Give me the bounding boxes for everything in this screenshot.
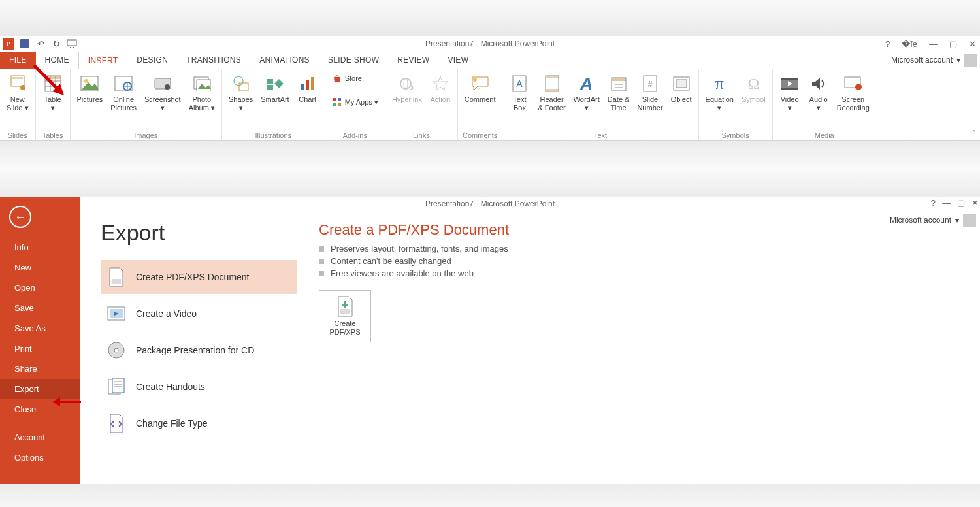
quick-access-toolbar: ↶ ↻	[17, 39, 77, 49]
myapps-label: My Apps ▾	[345, 98, 378, 106]
backstage-window-controls: ? — ▢ ✕	[931, 198, 979, 208]
detail-bullet-3: Free viewers are available on the web	[319, 269, 509, 278]
save-icon[interactable]	[20, 39, 30, 49]
group-text-label: Text	[505, 130, 695, 140]
nav-saveas[interactable]: Save As	[0, 318, 80, 338]
group-media: Video ▾ Audio ▾ Screen Recording Media	[773, 69, 876, 140]
screen-recording-button[interactable]: Screen Recording	[833, 71, 874, 112]
account-menu[interactable]: Microsoft account ▾	[891, 52, 980, 69]
nav-close[interactable]: Close	[0, 399, 80, 419]
shapes-button[interactable]: Shapes ▾	[225, 71, 257, 112]
undo-icon[interactable]: ↶	[35, 39, 46, 49]
audio-label: Audio ▾	[809, 95, 828, 112]
export-option-pdf[interactable]: Create PDF/XPS Document	[101, 260, 297, 294]
svg-point-11	[84, 79, 88, 83]
nav-info[interactable]: Info	[0, 237, 80, 257]
back-button[interactable]: ←	[9, 206, 31, 228]
redo-icon[interactable]: ↻	[51, 39, 61, 49]
nav-options[interactable]: Options	[0, 448, 80, 468]
textbox-button[interactable]: AText Box	[505, 71, 534, 112]
group-symbols: πEquation ▾ ΩSymbol Symbols	[699, 69, 773, 140]
export-option-filetype[interactable]: Change File Type	[101, 406, 297, 440]
hyperlink-label: Hyperlink	[392, 95, 422, 104]
tab-view[interactable]: VIEW	[438, 52, 478, 69]
svg-rect-24	[301, 84, 304, 90]
store-icon	[332, 73, 342, 84]
nav-share[interactable]: Share	[0, 359, 80, 379]
wordart-button[interactable]: AWordArt ▾	[570, 71, 604, 112]
store-button[interactable]: Store	[332, 73, 378, 84]
equation-button[interactable]: πEquation ▾	[702, 71, 738, 112]
tab-animations[interactable]: ANIMATIONS	[250, 52, 319, 69]
create-pdf-xps-button[interactable]: Create PDF/XPS	[319, 290, 371, 342]
table-button[interactable]: Table ▾	[39, 71, 67, 112]
video-button[interactable]: Video ▾	[776, 71, 804, 112]
group-links: Hyperlink Action Links	[385, 69, 458, 140]
screenshot-label: Screenshot ▾	[144, 95, 181, 112]
collapse-ribbon-icon[interactable]: ˄	[972, 129, 976, 138]
screenshot-icon	[152, 73, 173, 94]
screenshot-button[interactable]: Screenshot ▾	[140, 71, 185, 112]
datetime-button[interactable]: Date & Time	[604, 71, 634, 112]
nav-new[interactable]: New	[0, 257, 80, 278]
export-option-cd-label: Package Presentation for CD	[136, 345, 254, 355]
chart-icon	[297, 73, 318, 94]
tab-insert[interactable]: INSERT	[78, 52, 128, 69]
minimize-icon[interactable]: —	[926, 38, 940, 50]
group-slides-label: Slides	[3, 130, 33, 140]
help-icon[interactable]: ?	[931, 198, 936, 208]
start-slideshow-icon[interactable]	[67, 39, 77, 49]
slidenumber-button[interactable]: #Slide Number	[633, 71, 666, 112]
export-option-handouts[interactable]: Create Handouts	[101, 370, 297, 404]
nav-open[interactable]: Open	[0, 278, 80, 298]
nav-print[interactable]: Print	[0, 338, 80, 359]
myapps-button[interactable]: My Apps ▾	[332, 97, 378, 107]
tab-file[interactable]: FILE	[0, 52, 36, 69]
nav-export[interactable]: Export	[0, 379, 80, 399]
tab-design[interactable]: DESIGN	[127, 52, 177, 69]
myapps-icon	[332, 97, 342, 107]
ribbon-display-icon[interactable]: �īe	[899, 38, 920, 50]
tab-slideshow[interactable]: SLIDE SHOW	[319, 52, 388, 69]
maximize-icon[interactable]: ▢	[957, 198, 965, 208]
tab-transitions[interactable]: TRANSITIONS	[177, 52, 250, 69]
nav-account[interactable]: Account	[0, 427, 80, 448]
photo-album-button[interactable]: Photo Album ▾	[185, 71, 219, 112]
close-icon[interactable]: ✕	[972, 198, 979, 208]
export-option-cd[interactable]: Package Presentation for CD	[101, 333, 297, 367]
maximize-icon[interactable]: ▢	[947, 38, 960, 50]
shapes-icon	[231, 73, 252, 94]
object-button[interactable]: Object	[667, 71, 696, 104]
header-footer-label: Header & Footer	[538, 95, 565, 112]
group-text: AText Box Header & Footer AWordArt ▾ Dat…	[502, 69, 698, 140]
svg-rect-46	[676, 80, 687, 88]
chart-button[interactable]: Chart	[293, 71, 322, 104]
close-icon[interactable]: ✕	[966, 38, 979, 50]
minimize-icon[interactable]: —	[942, 198, 951, 208]
header-footer-button[interactable]: Header & Footer	[534, 71, 569, 112]
svg-point-3	[20, 85, 25, 90]
pictures-button[interactable]: Pictures	[73, 71, 107, 104]
tab-review[interactable]: REVIEW	[388, 52, 438, 69]
store-label: Store	[345, 74, 362, 82]
online-pictures-button[interactable]: Online Pictures	[106, 71, 140, 112]
svg-rect-26	[311, 77, 314, 90]
backstage-account-menu[interactable]: Microsoft account ▾	[890, 214, 976, 227]
help-icon[interactable]: ?	[883, 38, 892, 50]
new-slide-button[interactable]: New Slide ▾	[3, 71, 33, 112]
tab-home[interactable]: HOME	[36, 52, 78, 69]
new-slide-label: New Slide ▾	[7, 95, 29, 112]
audio-button[interactable]: Audio ▾	[804, 71, 833, 112]
svg-rect-23	[267, 85, 273, 90]
filetype-icon	[107, 414, 125, 433]
comment-button[interactable]: Comment	[461, 71, 500, 104]
smartart-button[interactable]: SmartArt	[257, 71, 293, 104]
export-option-video[interactable]: Create a Video	[101, 297, 297, 331]
export-option-pdf-label: Create PDF/XPS Document	[136, 272, 250, 282]
export-option-filetype-label: Change File Type	[136, 418, 207, 429]
bullet-icon	[319, 271, 324, 276]
nav-save[interactable]: Save	[0, 298, 80, 318]
screen-recording-label: Screen Recording	[837, 95, 870, 112]
svg-point-33	[473, 78, 477, 82]
action-button: Action	[426, 71, 455, 104]
